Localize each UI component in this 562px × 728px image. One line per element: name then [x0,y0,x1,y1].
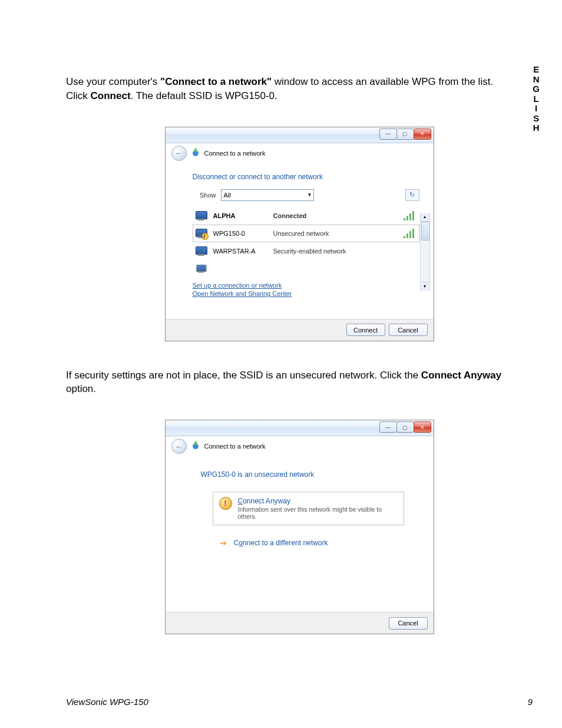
computer-icon [196,246,206,256]
network-icon [191,442,200,450]
instruction-paragraph-1: Use your computer's "Connect to a networ… [66,75,514,103]
connect-to-network-window: — ▢ ✕ ← Connect to a network Disconnect … [165,127,434,341]
maximize-button[interactable]: ▢ [396,421,414,433]
show-label: Show [193,192,216,199]
window-titlebar: — ▢ ✕ [166,127,434,143]
chevron-down-icon: ▼ [308,192,312,197]
back-button[interactable]: ← [171,439,187,454]
connect-button[interactable]: Connect [346,324,385,336]
setup-connection-link[interactable]: Set up a connection or network [193,281,419,290]
refresh-button[interactable]: ↻ [405,189,419,201]
connect-anyway-subtitle: Information sent over this network might… [238,506,398,520]
network-item-wpg150[interactable]: ! WPG150-0 Unsecured network [193,225,419,242]
instruction-paragraph-2: If security settings are not in place, t… [66,368,514,397]
network-list: ALPHA Connected ! WPG150-0 Unsecured net… [193,207,419,278]
network-item-partial[interactable] [193,260,419,278]
unsecured-network-window: — ▢ ✕ ← Connect to a network WPG150-0 is… [165,420,434,634]
scrollbar[interactable] [420,213,430,291]
signal-icon [404,211,416,220]
close-button[interactable]: ✕ [414,421,431,433]
cancel-button[interactable]: Cancel [389,617,428,630]
minimize-button[interactable]: — [379,129,397,140]
network-item-alpha[interactable]: ALPHA Connected [193,207,419,225]
warning-badge-icon: ! [201,233,209,240]
cancel-button[interactable]: Cancel [389,324,428,336]
close-button[interactable]: ✕ [414,129,431,140]
back-button[interactable]: ← [171,146,187,161]
connect-anyway-title: Connect Anyway [238,497,398,505]
open-sharing-center-link[interactable]: Open Network and Sharing Center [193,289,419,298]
connect-anyway-option[interactable]: ! Connect Anyway Information sent over t… [213,492,404,525]
signal-icon [404,229,416,238]
arrow-right-icon: ➔ [219,538,228,548]
network-item-warpstar[interactable]: WARPSTAR-A Security-enabled network [193,242,419,260]
connect-different-option[interactable]: ➔ Connect to a different network [219,538,416,548]
page-number: 9 [528,697,533,707]
unsecured-headline: WPG150-0 is an unsecured network [201,470,416,479]
window-titlebar: — ▢ ✕ [166,420,434,436]
language-indicator: ENGLISH [533,65,540,133]
window-instruction: Disconnect or connect to another network [193,173,419,181]
minimize-button[interactable]: — [379,421,397,433]
warning-shield-icon: ! [219,497,232,510]
window-title: Connect to a network [204,443,266,450]
maximize-button[interactable]: ▢ [396,129,414,140]
computer-icon [196,211,206,220]
product-name: ViewSonic WPG-150 [66,697,148,707]
computer-icon: ! [196,229,206,238]
signal-icon [404,264,416,274]
window-title: Connect to a network [204,150,266,157]
signal-icon [404,246,416,256]
network-icon [191,149,200,157]
computer-icon [196,265,205,273]
show-dropdown[interactable]: All ▼ [221,189,314,201]
